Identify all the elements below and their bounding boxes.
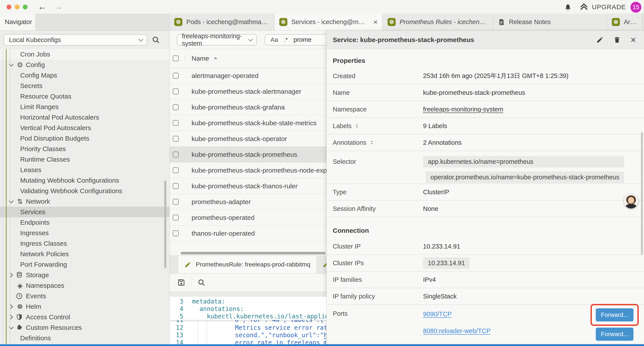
tab[interactable]: ☸ Services - icecheng@math... ×	[274, 13, 383, 30]
select-all-checkbox[interactable]	[173, 55, 179, 61]
sidebar-tree-item[interactable]: ⇅ Network	[0, 196, 170, 207]
minimize-window-button[interactable]	[15, 4, 20, 9]
maximize-window-button[interactable]	[23, 4, 28, 9]
list-search-input[interactable]: Aa .* prome	[265, 34, 326, 45]
close-window-button[interactable]	[6, 4, 12, 9]
tab[interactable]: Release Notes ×	[493, 13, 607, 30]
sidebar-search-icon[interactable]	[152, 36, 160, 44]
namespace-link[interactable]: freeleaps-monitoring-system	[423, 106, 503, 113]
tab[interactable]: ☸ Prometheus Rules - icecheng... ×	[383, 13, 493, 30]
tree-chevron-icon[interactable]	[8, 326, 16, 330]
table-row[interactable]: kube-prometheus-stack-prometheus-node-ex…	[170, 162, 326, 178]
row-checkbox[interactable]	[173, 215, 179, 221]
table-row[interactable]: kube-prometheus-stack-grafana	[170, 99, 326, 115]
sidebar-tree-item[interactable]: Storage	[0, 270, 170, 280]
notifications-bell-icon[interactable]	[564, 3, 572, 11]
sidebar-tree-item[interactable]: Events	[0, 291, 170, 301]
expand-collapse-icon[interactable]	[354, 123, 359, 129]
table-row[interactable]: prometheus-operated	[170, 210, 326, 226]
sidebar-tree-item[interactable]: Validating Webhook Configurations	[0, 186, 170, 196]
match-case-toggle[interactable]: Aa	[270, 36, 278, 43]
labels-value[interactable]: 9 Labels	[423, 122, 447, 130]
horizontal-scrollbar[interactable]	[170, 251, 326, 256]
sidebar-tree-item[interactable]: Definitions	[0, 333, 170, 343]
tree-chevron-icon[interactable]	[8, 304, 16, 309]
annotations-value[interactable]: 2 Annotations	[423, 139, 462, 146]
sidebar-tree-item[interactable]: Runtime Classes	[0, 154, 170, 165]
row-checkbox[interactable]	[173, 199, 179, 205]
row-checkbox[interactable]	[173, 104, 179, 110]
port-link-8080[interactable]: 8080:reloader-web/TCP	[423, 327, 490, 335]
sidebar-tree-item[interactable]: ◈ Namespaces	[0, 280, 170, 291]
prometheusrule-editor-tab[interactable]: PrometheusRule: freeleaps-prod-rabbitmq	[178, 256, 317, 273]
table-row[interactable]: kube-prometheus-stack-operator	[170, 131, 326, 147]
regex-toggle[interactable]: .*	[284, 36, 288, 43]
yaml-editor[interactable]: 3 metadata: 4 annotations: 5 kubectl.kub…	[170, 297, 326, 344]
close-tab-icon[interactable]: ×	[373, 18, 378, 26]
sidebar-tree-item[interactable]: Pod Disruption Budgets	[0, 133, 170, 144]
sidebar-tree-item[interactable]: Limit Ranges	[0, 102, 170, 112]
forward-port-button[interactable]: Forward...	[596, 308, 634, 322]
sidebar-tree-item[interactable]: Cron Jobs	[0, 49, 170, 59]
tab[interactable]: ☸ Pods - icecheng@mathmas... ×	[170, 13, 274, 30]
forward-button[interactable]: →	[54, 1, 63, 12]
table-row[interactable]: kube-prometheus-stack-prometheus	[170, 147, 326, 162]
upgrade-button[interactable]: UPGRADE	[580, 3, 626, 11]
tree-chevron-icon[interactable]	[8, 63, 16, 67]
table-row[interactable]: prometheus-adapter	[170, 194, 326, 210]
row-checkbox[interactable]	[173, 88, 179, 94]
editor-search-icon[interactable]	[198, 279, 206, 287]
sidebar-tree-item[interactable]: Access Control	[0, 312, 170, 322]
save-icon[interactable]	[177, 278, 186, 287]
sidebar-tree-item[interactable]: Leases	[0, 165, 170, 175]
sidebar-scrollbar[interactable]	[164, 180, 166, 268]
row-checkbox[interactable]	[173, 183, 179, 189]
table-row[interactable]: kube-prometheus-stack-kube-state-metrics	[170, 115, 326, 131]
sidebar-tree-item[interactable]: Ingresses	[0, 228, 170, 238]
sidebar-tree-item[interactable]: Ingress Classes	[0, 238, 170, 249]
namespace-select[interactable]: freeleaps-monitoring-system	[177, 34, 257, 45]
sidebar-tree-item[interactable]: Custom Resources	[0, 322, 170, 333]
close-panel-icon[interactable]: ×	[630, 36, 636, 43]
row-checkbox[interactable]	[173, 230, 179, 236]
sidebar-tree-item[interactable]: Config Maps	[0, 70, 170, 81]
sidebar-tree-item[interactable]: Priority Classes	[0, 144, 170, 154]
sidebar-tree-item[interactable]: Endpoints	[0, 217, 170, 228]
edit-pencil-icon[interactable]	[596, 36, 604, 43]
user-avatar[interactable]	[624, 194, 638, 209]
tree-chevron-icon[interactable]	[8, 199, 16, 204]
sidebar-tree-item[interactable]: Mutating Webhook Configurations	[0, 175, 170, 186]
row-checkbox[interactable]	[173, 152, 179, 157]
kubeconfig-select[interactable]: Local Kubeconfigs	[4, 34, 147, 45]
next-editor-tab-clipped[interactable]	[317, 256, 326, 273]
sidebar-tree-item[interactable]: ⚙ Config	[0, 59, 170, 70]
tree-chevron-icon[interactable]	[8, 273, 16, 277]
name-column-header[interactable]: Name	[192, 55, 218, 62]
tab[interactable]: ☸ Argo Se ×	[607, 13, 642, 30]
table-row[interactable]: thanos-ruler-operated	[170, 226, 326, 241]
sidebar-tree-item[interactable]: Network Policies	[0, 249, 170, 259]
sidebar-tree-item[interactable]: Port Forwarding	[0, 259, 170, 270]
table-row[interactable]: kube-prometheus-stack-alertmanager	[170, 84, 326, 99]
tree-chevron-icon[interactable]	[8, 315, 16, 319]
port-link-9090[interactable]: 9090/TCP	[423, 311, 490, 318]
row-checkbox[interactable]	[173, 120, 179, 126]
sidebar-tree-item[interactable]: Services	[0, 207, 170, 217]
expand-collapse-icon[interactable]	[369, 139, 374, 146]
row-checkbox[interactable]	[173, 73, 179, 79]
sidebar-tree-item[interactable]: ☸ Helm	[0, 301, 170, 312]
navigator-panel-tab[interactable]: Navigator	[0, 13, 35, 30]
notification-count-badge[interactable]: 15	[630, 2, 641, 13]
delete-trash-icon[interactable]	[613, 36, 621, 43]
row-checkbox[interactable]	[173, 167, 179, 173]
sidebar-tree-item[interactable]: Horizontal Pod Autoscalers	[0, 112, 170, 123]
table-row[interactable]: alertmanager-operated	[170, 68, 326, 84]
back-button[interactable]: ←	[38, 1, 46, 12]
sidebar-tree-item[interactable]: Secrets	[0, 81, 170, 91]
forward-port-button[interactable]: Forward...	[596, 328, 634, 341]
sidebar-tree-item[interactable]: Resource Quotas	[0, 91, 170, 102]
sidebar-tree-item[interactable]: Vertical Pod Autoscalers	[0, 123, 170, 133]
row-checkbox[interactable]	[173, 136, 179, 142]
detail-scrollbar[interactable]	[641, 132, 643, 255]
code-link[interactable]: https://net	[324, 332, 326, 339]
